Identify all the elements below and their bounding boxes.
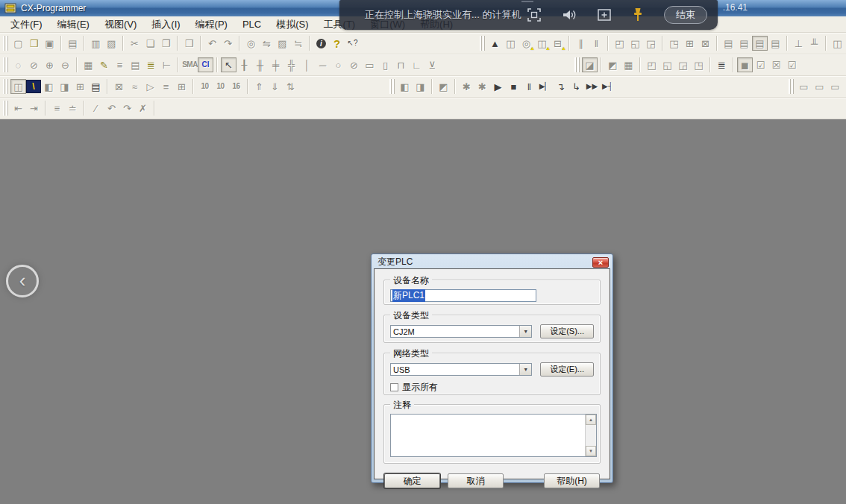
- output-window-icon[interactable]: ≡: [158, 79, 174, 94]
- work-online-icon[interactable]: ▲: [487, 36, 503, 51]
- new-file-icon[interactable]: ▢: [10, 36, 26, 51]
- sim-run-icon[interactable]: ▶: [490, 79, 506, 94]
- contact-or-no-icon[interactable]: ╪: [268, 57, 283, 72]
- show-rung-list-icon[interactable]: ≡: [112, 57, 128, 72]
- download-ok-icon[interactable]: ◲: [675, 57, 691, 72]
- contact-no-icon[interactable]: ╂: [236, 57, 252, 72]
- download-program-icon[interactable]: ⇓: [267, 79, 283, 94]
- show-grid-icon[interactable]: ▦: [81, 57, 96, 72]
- zoom-tool-icon[interactable]: ◌: [10, 57, 26, 72]
- paste-special-icon[interactable]: ❒: [181, 36, 197, 51]
- verify-apply-icon[interactable]: ☑: [784, 57, 800, 72]
- sim-step-in-icon[interactable]: ↴: [553, 79, 568, 94]
- indent-rung-icon[interactable]: ⇤: [10, 101, 26, 116]
- chevron-down-icon[interactable]: ▼: [519, 364, 531, 375]
- sim-step-run-icon[interactable]: ▶▏: [537, 79, 553, 94]
- paste-icon[interactable]: ❐: [158, 36, 174, 51]
- help-icon[interactable]: ?: [329, 36, 345, 51]
- show-io-window-icon[interactable]: ◫: [10, 79, 26, 94]
- watch-window-icon[interactable]: ≣: [714, 57, 730, 72]
- zoom-in-icon[interactable]: ⊕: [42, 57, 57, 72]
- cross-reference-icon[interactable]: ⊠: [111, 79, 127, 94]
- speaker-icon[interactable]: [561, 7, 577, 22]
- copy-icon[interactable]: ❏: [142, 36, 158, 51]
- toolbar-grip-handle[interactable]: [3, 57, 8, 72]
- partial-transfer-icon[interactable]: ⊞: [682, 36, 698, 51]
- transfer-from-plc-icon[interactable]: ◲: [643, 36, 659, 51]
- address-reference-icon[interactable]: ≣: [143, 57, 159, 72]
- stacked-view-icon[interactable]: ◩: [605, 57, 621, 72]
- compile-check-icon[interactable]: ▤: [65, 36, 81, 51]
- upload-symbols-icon[interactable]: ◰: [644, 57, 659, 72]
- run-mode-icon[interactable]: ▤: [721, 36, 736, 51]
- cancel-button[interactable]: 取消: [448, 473, 504, 488]
- step-trace-icon[interactable]: ⊥: [791, 36, 806, 51]
- data-trace-icon[interactable]: ◫: [830, 36, 845, 51]
- monitor-box-icon[interactable]: ◼: [737, 57, 753, 72]
- program-mode-icon[interactable]: ▤: [752, 36, 768, 51]
- diff-reject-icon[interactable]: ✗: [135, 101, 151, 116]
- pause-flag-1-icon[interactable]: ✱: [459, 79, 474, 94]
- io-rack-1-icon[interactable]: ▭: [796, 79, 812, 94]
- comment-scrollbar[interactable]: ▲ ▼: [585, 415, 596, 456]
- debug-mode-icon[interactable]: ▤: [768, 36, 783, 51]
- pause-flag-2-icon[interactable]: ✱: [474, 79, 490, 94]
- closed-coil-icon[interactable]: ⊘: [346, 57, 362, 72]
- sim-monitor-icon[interactable]: ◨: [413, 79, 428, 94]
- instruction-block-icon[interactable]: ▯: [377, 57, 393, 72]
- line-delete-icon[interactable]: ⊻: [424, 57, 440, 72]
- online-network-icon[interactable]: ⊟▲: [550, 36, 565, 51]
- back-overlay-button[interactable]: ‹: [6, 265, 39, 297]
- io-rack-2-icon[interactable]: ▭: [812, 79, 827, 94]
- function-block-icon[interactable]: ⊓: [393, 57, 409, 72]
- device-name-input[interactable]: 新PLC1: [390, 289, 536, 302]
- toolbar-grip-handle[interactable]: [389, 79, 395, 94]
- upload-cancel-icon[interactable]: ◱: [659, 57, 675, 72]
- sim-stop-icon[interactable]: ■: [506, 79, 521, 94]
- find-in-project-icon[interactable]: ▨: [275, 36, 290, 51]
- find-icon[interactable]: ◎: [243, 36, 259, 51]
- instruction-icon[interactable]: ▭: [362, 57, 377, 72]
- symbol-tree-icon[interactable]: ⊢: [159, 57, 175, 72]
- monitor-mode-icon[interactable]: ▤: [736, 36, 752, 51]
- menu-item-view[interactable]: 视图(V): [97, 16, 144, 33]
- vertical-line-icon[interactable]: │: [299, 57, 315, 72]
- menu-item-file[interactable]: 文件(F): [3, 16, 50, 33]
- redo-icon[interactable]: ↷: [220, 36, 236, 51]
- toolbar-grip-handle[interactable]: [3, 79, 8, 94]
- menu-item-simulation[interactable]: 模拟(S): [269, 16, 316, 33]
- save-icon[interactable]: ▣: [42, 36, 57, 51]
- compare-with-plc-icon[interactable]: ◳: [666, 36, 682, 51]
- contact-or-nc-icon[interactable]: ╬: [283, 57, 299, 72]
- menu-item-plc[interactable]: PLC: [235, 17, 269, 31]
- close-icon[interactable]: ×: [592, 257, 609, 268]
- diff-mark-icon[interactable]: ∕: [88, 101, 104, 116]
- rung-comment-icon[interactable]: ✎: [96, 57, 112, 72]
- sim-debug-icon[interactable]: ◩: [436, 79, 451, 94]
- new-window-icon[interactable]: ⊞: [72, 79, 88, 94]
- sim-scan-run-icon[interactable]: ▶┤: [600, 79, 615, 94]
- comment-list-icon[interactable]: ≡: [49, 101, 65, 116]
- replace-icon[interactable]: ⇋: [259, 36, 275, 51]
- change-all-icon[interactable]: ≒: [290, 36, 306, 51]
- menu-item-insert[interactable]: 插入(I): [144, 16, 187, 33]
- compare-program-icon[interactable]: ⇅: [283, 79, 298, 94]
- undo-icon[interactable]: ↶: [204, 36, 220, 51]
- add-window-icon[interactable]: [597, 7, 612, 22]
- upload-program-icon[interactable]: ⇑: [251, 79, 267, 94]
- online-monitor-icon[interactable]: ◫: [503, 36, 518, 51]
- fb-instance-icon[interactable]: ◪: [582, 57, 598, 72]
- scroll-down-icon[interactable]: ▼: [586, 446, 596, 456]
- time-chart-icon[interactable]: ╨: [806, 36, 822, 51]
- online-io-table-icon[interactable]: ◫▲: [534, 36, 550, 51]
- fullscreen-icon[interactable]: [527, 7, 542, 22]
- toolbar-grip-handle[interactable]: [574, 57, 580, 72]
- ok-button[interactable]: 确定: [384, 473, 440, 488]
- horizontal-line-icon[interactable]: ─: [315, 57, 330, 72]
- dialog-title-bar[interactable]: 变更PLC ×: [374, 256, 610, 268]
- device-type-select[interactable]: CJ2M ▼: [390, 325, 532, 338]
- diff-undo-icon[interactable]: ↶: [104, 101, 119, 116]
- selection-tool-icon[interactable]: ↖: [221, 57, 236, 72]
- toolbar-grip-handle[interactable]: [480, 36, 485, 51]
- menu-item-program[interactable]: 编程(P): [188, 16, 235, 33]
